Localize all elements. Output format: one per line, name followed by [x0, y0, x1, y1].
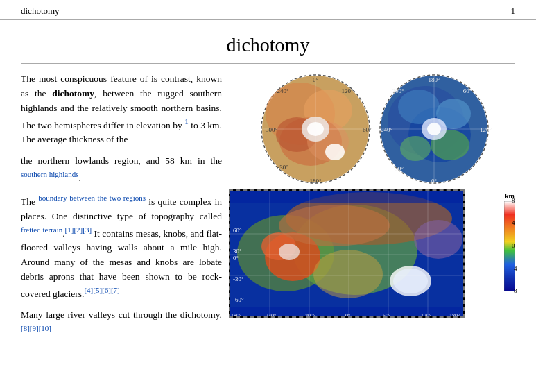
- svg-text:60°: 60°: [233, 227, 242, 234]
- link-southern-highlands[interactable]: southern highlands: [21, 170, 78, 178]
- svg-text:300°: 300°: [392, 87, 404, 94]
- svg-text:0°: 0°: [313, 76, 319, 83]
- svg-text:0°: 0°: [431, 178, 438, 185]
- svg-text:60°: 60°: [363, 126, 372, 133]
- svg-point-44: [279, 244, 300, 260]
- svg-text:120°: 120°: [341, 87, 354, 94]
- colorbar: km: [498, 189, 521, 382]
- map-circle-right: 180° 120° 240° 0° 300° 60° -30°: [377, 72, 492, 187]
- paragraph-1: The most conspicuous feature of is contr…: [21, 72, 222, 147]
- ref-10[interactable]: [10]: [39, 324, 51, 332]
- link-fretted-terrain[interactable]: fretted terrain: [21, 225, 62, 234]
- body-section: The most conspicuous feature of is contr…: [21, 72, 515, 382]
- svg-text:60°: 60°: [463, 87, 472, 94]
- top-maps: 0° 60° 300° 180° 240° 120° -30°: [229, 72, 521, 187]
- svg-text:-30°: -30°: [392, 165, 404, 172]
- svg-text:0°: 0°: [233, 255, 239, 262]
- header-bar: dichotomy 1: [0, 0, 536, 20]
- svg-text:180°: 180°: [449, 313, 460, 318]
- svg-text:0°: 0°: [345, 313, 350, 318]
- svg-point-48: [393, 269, 428, 293]
- colorbar-tick-labels: 8 4 0 -4 -8: [512, 201, 533, 291]
- svg-text:240°: 240°: [266, 313, 276, 318]
- svg-point-9: [325, 144, 345, 160]
- colorbar-label-neg8: -8: [512, 287, 517, 294]
- svg-text:120°: 120°: [480, 126, 492, 133]
- svg-text:300°: 300°: [305, 313, 315, 318]
- image-column: 0° 60° 300° 180° 240° 120° -30°: [229, 72, 521, 382]
- dichotomy-bold: dichotomy: [52, 88, 94, 99]
- bottom-map-section: 60° 30° 0° -30° -60° 180° 240° 300° 0°: [229, 189, 521, 382]
- svg-point-26: [400, 136, 431, 161]
- bottom-map-wrapper: 60° 30° 0° -30° -60° 180° 240° 300° 0°: [229, 189, 465, 318]
- link-boundary[interactable]: boundary between the two regions: [38, 194, 146, 202]
- svg-point-49: [313, 250, 383, 298]
- ref-4[interactable]: [4]: [84, 286, 93, 294]
- svg-text:-30°: -30°: [277, 164, 288, 171]
- ref-9[interactable]: [9]: [30, 324, 39, 332]
- svg-text:180°: 180°: [231, 313, 241, 318]
- bottom-map: 60° 30° 0° -30° -60° 180° 240° 300° 0°: [229, 189, 465, 318]
- svg-text:60°: 60°: [383, 313, 390, 318]
- page: dichotomy 1 dichotomy The most conspicuo…: [0, 0, 536, 392]
- header-title: dichotomy: [21, 6, 60, 17]
- ref-2[interactable]: [2]: [74, 225, 83, 234]
- paragraph-1b: the northern lowlands region, and 58 km …: [21, 154, 222, 185]
- header-page-number: 1: [511, 6, 516, 17]
- colorbar-label-0: 0: [512, 242, 515, 249]
- ref-7[interactable]: [7]: [111, 286, 120, 294]
- svg-text:-30°: -30°: [233, 275, 244, 282]
- svg-text:-60°: -60°: [233, 296, 244, 303]
- svg-text:180°: 180°: [309, 178, 322, 185]
- svg-point-50: [414, 220, 462, 259]
- ref-1[interactable]: [1]: [65, 225, 74, 234]
- content-area: dichotomy The most conspicuous feature o…: [0, 20, 536, 392]
- svg-point-46: [279, 205, 390, 246]
- colorbar-label-8: 8: [512, 197, 515, 204]
- colorbar-label-4: 4: [512, 219, 515, 226]
- ref-6[interactable]: [6]: [102, 286, 111, 294]
- ref-3[interactable]: [3]: [83, 225, 92, 234]
- map-circle-left: 0° 60° 300° 180° 240° 120° -30°: [259, 72, 373, 187]
- main-title: dichotomy: [21, 34, 515, 64]
- paragraph-3: Many large river valleys cut through the…: [21, 308, 222, 339]
- svg-text:120°: 120°: [421, 313, 431, 318]
- svg-text:240°: 240°: [381, 126, 393, 133]
- text-column: The most conspicuous feature of is contr…: [21, 72, 222, 382]
- svg-text:240°: 240°: [277, 87, 289, 94]
- svg-text:300°: 300°: [266, 126, 278, 133]
- svg-rect-51: [230, 191, 465, 203]
- link-1-to-3km[interactable]: 1: [184, 117, 189, 126]
- svg-text:180°: 180°: [428, 76, 440, 83]
- svg-text:30°: 30°: [233, 248, 242, 255]
- ref-5[interactable]: [5]: [93, 286, 102, 294]
- paragraph-2: The boundary between the two regions is …: [21, 192, 222, 301]
- ref-8[interactable]: [8]: [21, 324, 30, 332]
- colorbar-label-neg4: -4: [512, 265, 517, 272]
